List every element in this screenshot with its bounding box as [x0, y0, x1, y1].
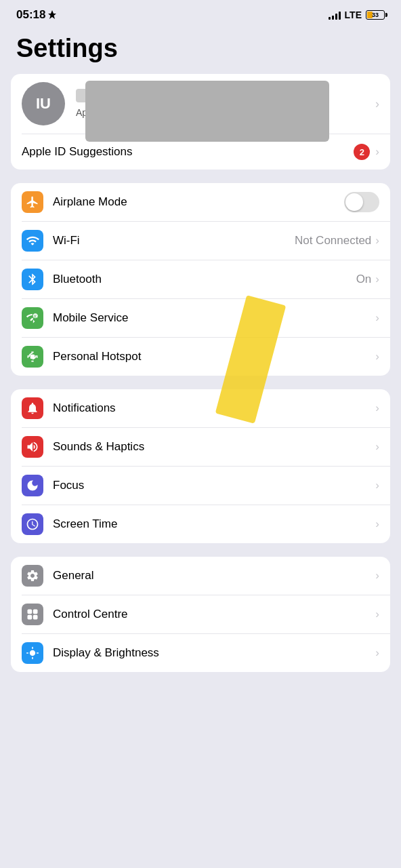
sounds-chevron: ›: [375, 440, 379, 454]
status-right: LTE 33: [329, 9, 385, 20]
lte-label: LTE: [345, 9, 362, 20]
location-icon: [48, 10, 56, 20]
general-chevron: ›: [375, 569, 379, 583]
general-row[interactable]: General ›: [11, 557, 390, 595]
general-icon-box: [22, 565, 43, 587]
controlcentre-label: Control Centre: [53, 608, 375, 621]
controlcentre-chevron: ›: [375, 608, 379, 621]
bluetooth-label: Bluetooth: [53, 273, 356, 286]
signal-bars: [329, 10, 341, 20]
status-time: 05:18: [16, 8, 56, 22]
mobile-service-icon: ((: [26, 311, 39, 325]
screentime-chevron: ›: [375, 517, 379, 531]
suggestions-right: 2 ›: [354, 144, 379, 160]
svg-rect-4: [33, 610, 38, 614]
wifi-icon-box: [22, 230, 43, 252]
notifications-label: Notifications: [53, 401, 375, 415]
display-row[interactable]: Display & Brightness ›: [11, 634, 390, 672]
wifi-label: Wi-Fi: [53, 234, 295, 248]
focus-icon: [26, 479, 39, 492]
svg-rect-5: [28, 615, 33, 620]
hotspot-icon-box: [22, 346, 43, 368]
notifications-icon-box: [22, 397, 43, 419]
mobile-service-label: Mobile Service: [53, 311, 375, 325]
general-icon: [26, 569, 39, 583]
notifications-chevron: ›: [375, 401, 379, 415]
focus-label: Focus: [53, 479, 375, 492]
mobile-service-icon-box: ((: [22, 307, 43, 329]
screentime-row[interactable]: Screen Time ›: [11, 505, 390, 543]
wifi-value: Not Connected: [295, 234, 371, 248]
airplane-mode-toggle[interactable]: [344, 192, 379, 212]
svg-rect-3: [28, 610, 33, 614]
hotspot-chevron: ›: [375, 350, 379, 363]
screentime-icon: [26, 517, 39, 531]
general-section: General › Control Centre › Display & Bri…: [11, 557, 390, 672]
notifications-section: Notifications › Sounds & Haptics › Focus…: [11, 389, 390, 543]
svg-rect-6: [33, 615, 38, 620]
hotspot-row[interactable]: Personal Hotspot ›: [11, 338, 390, 376]
controlcentre-icon: [26, 608, 39, 621]
bluetooth-chevron: ›: [375, 273, 379, 286]
hotspot-icon: [26, 350, 39, 363]
page-header: Settings: [0, 27, 401, 74]
avatar: IU: [22, 82, 65, 125]
profile-overlay: [85, 81, 329, 142]
controlcentre-icon-box: [22, 604, 43, 625]
svg-text:((: ((: [34, 314, 37, 318]
screentime-label: Screen Time: [53, 517, 375, 531]
suggestions-label: Apple ID Suggestions: [22, 145, 133, 159]
suggestions-badge: 2: [354, 144, 370, 160]
hotspot-label: Personal Hotspot: [53, 350, 375, 363]
wifi-row[interactable]: Wi-Fi Not Connected ›: [11, 222, 390, 260]
focus-row[interactable]: Focus ›: [11, 467, 390, 505]
sounds-icon-box: [22, 436, 43, 458]
display-icon: [26, 646, 39, 660]
wifi-icon: [26, 234, 39, 248]
screentime-icon-box: [22, 513, 43, 535]
status-bar: 05:18 LTE 33: [0, 0, 401, 27]
general-label: General: [53, 569, 375, 583]
profile-chevron: ›: [375, 97, 379, 111]
focus-chevron: ›: [375, 479, 379, 492]
airplane-icon: [26, 195, 39, 209]
airplane-mode-label: Airplane Mode: [53, 195, 344, 209]
profile-row[interactable]: IU Apple ID, iCloud, Media & Purchases ›: [11, 74, 390, 134]
battery: 33: [366, 10, 385, 20]
controlcentre-row[interactable]: Control Centre ›: [11, 595, 390, 633]
airplane-mode-icon-box: [22, 191, 43, 213]
bluetooth-row[interactable]: Bluetooth On ›: [11, 260, 390, 298]
bluetooth-icon: [26, 273, 39, 286]
sounds-label: Sounds & Haptics: [53, 440, 375, 454]
profile-section: IU Apple ID, iCloud, Media & Purchases ›…: [11, 74, 390, 170]
mobile-service-chevron: ›: [375, 311, 379, 325]
mobile-service-row[interactable]: (( Mobile Service ›: [11, 299, 390, 337]
connectivity-section: Airplane Mode Wi-Fi Not Connected › Blue…: [11, 183, 390, 376]
display-chevron: ›: [375, 646, 379, 660]
sounds-row[interactable]: Sounds & Haptics ›: [11, 428, 390, 466]
suggestions-chevron: ›: [375, 145, 379, 159]
display-label: Display & Brightness: [53, 646, 375, 660]
focus-icon-box: [22, 475, 43, 496]
wifi-chevron: ›: [375, 234, 379, 248]
display-icon-box: [22, 642, 43, 664]
page-title: Settings: [16, 34, 385, 63]
airplane-mode-row[interactable]: Airplane Mode: [11, 183, 390, 221]
notifications-row[interactable]: Notifications ›: [11, 389, 390, 427]
notifications-icon: [26, 401, 39, 415]
bluetooth-icon-box: [22, 269, 43, 290]
sounds-icon: [26, 440, 39, 454]
bluetooth-value: On: [356, 273, 372, 286]
